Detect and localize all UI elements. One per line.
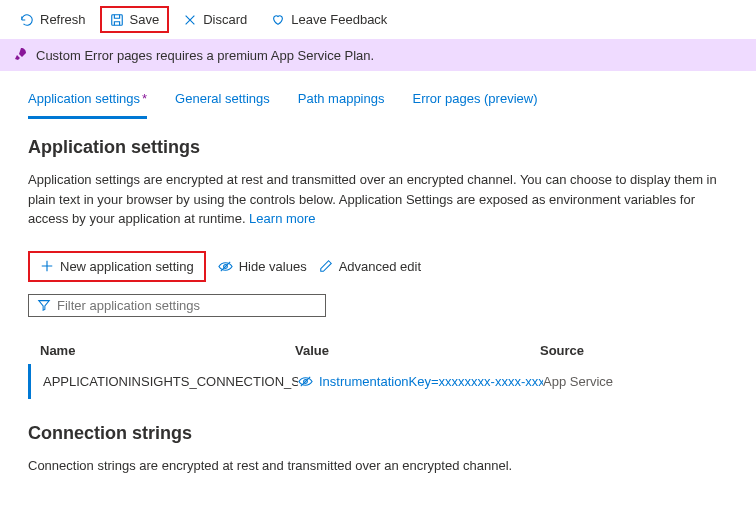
discard-button[interactable]: Discard [173,8,257,31]
save-label: Save [130,12,160,27]
section-title-connection-strings: Connection strings [28,423,728,444]
tab-application-settings[interactable]: Application settings* [28,85,147,119]
plus-icon [40,259,54,273]
advanced-edit-button[interactable]: Advanced edit [319,259,421,274]
save-icon [110,13,124,27]
action-row: New application setting Hide values Adva… [28,251,728,282]
svg-rect-0 [111,14,122,25]
new-setting-label: New application setting [60,259,194,274]
pencil-icon [319,259,333,273]
table-row[interactable]: APPLICATIONINSIGHTS_CONNECTION_STRING In… [28,364,728,399]
toolbar: Refresh Save Discard Leave Feedback [0,0,756,39]
description-text: Application settings are encrypted at re… [28,172,717,226]
section-description: Application settings are encrypted at re… [28,170,728,229]
feedback-button[interactable]: Leave Feedback [261,8,397,31]
eye-off-icon [218,259,233,274]
close-icon [183,13,197,27]
header-value: Value [295,343,540,358]
banner-text: Custom Error pages requires a premium Ap… [36,48,374,63]
connection-strings-description: Connection strings are encrypted at rest… [28,456,728,476]
filter-container[interactable] [28,294,326,317]
tabs: Application settings* General settings P… [0,71,756,119]
info-banner: Custom Error pages requires a premium Ap… [0,39,756,71]
table-header: Name Value Source [28,337,728,364]
filter-icon [37,298,51,312]
rocket-icon [12,47,28,63]
learn-more-link[interactable]: Learn more [249,211,315,226]
new-application-setting-button[interactable]: New application setting [28,251,206,282]
feedback-label: Leave Feedback [291,12,387,27]
advanced-edit-label: Advanced edit [339,259,421,274]
tab-general-settings[interactable]: General settings [175,85,270,119]
refresh-icon [20,13,34,27]
save-button[interactable]: Save [100,6,170,33]
header-source: Source [540,343,716,358]
tab-path-mappings[interactable]: Path mappings [298,85,385,119]
section-title-app-settings: Application settings [28,137,728,158]
dirty-indicator: * [142,91,147,106]
heart-icon [271,13,285,27]
cell-source: App Service [543,374,716,389]
filter-input[interactable] [57,298,317,313]
cell-name: APPLICATIONINSIGHTS_CONNECTION_STRING [43,374,298,389]
cell-value-text: InstrumentationKey=xxxxxxxx-xxxx-xxxx [319,374,543,389]
discard-label: Discard [203,12,247,27]
refresh-button[interactable]: Refresh [10,8,96,31]
content-area: Application settings Application setting… [0,119,756,499]
refresh-label: Refresh [40,12,86,27]
header-name: Name [40,343,295,358]
eye-icon [298,374,313,389]
hide-values-button[interactable]: Hide values [218,259,307,274]
hide-values-label: Hide values [239,259,307,274]
tab-error-pages[interactable]: Error pages (preview) [412,85,537,119]
tab-label: Application settings [28,91,140,106]
cell-value[interactable]: InstrumentationKey=xxxxxxxx-xxxx-xxxx [298,374,543,389]
